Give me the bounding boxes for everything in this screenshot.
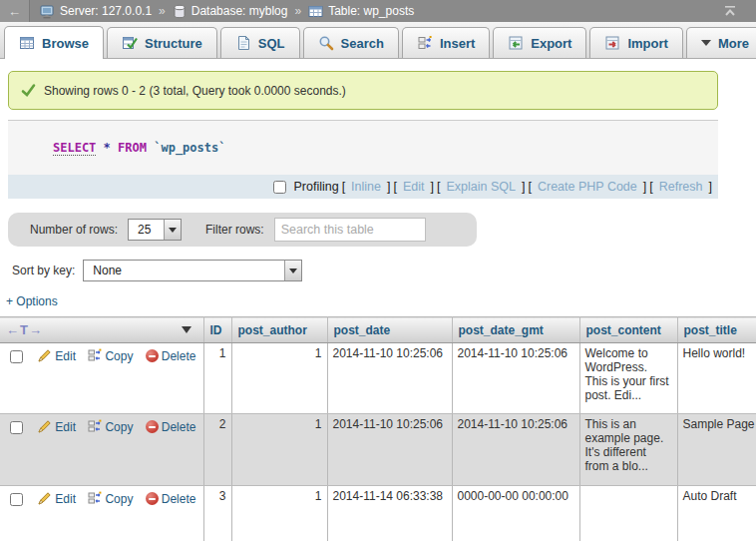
chevron-down-icon <box>164 220 181 240</box>
breadcrumb-database[interactable]: Database: myblog <box>191 4 288 18</box>
tab-label: SQL <box>258 36 285 51</box>
bracket: [ <box>437 180 440 194</box>
edit-label: Edit <box>55 349 76 363</box>
chevron-down-icon <box>284 261 301 280</box>
profiling-checkbox[interactable] <box>273 181 286 194</box>
export-icon <box>508 35 524 51</box>
pencil-icon <box>38 348 52 362</box>
row-actions-cell: Edit Copy Delete <box>0 343 203 414</box>
bracket: ] <box>709 180 712 194</box>
table-row: Edit Copy Delete 2 1 2014-11-10 10:25:06… <box>0 414 756 486</box>
server-icon <box>40 4 55 19</box>
cell-post-date-gmt: 2014-11-10 10:25:06 <box>452 414 579 486</box>
column-header-post-author[interactable]: post_author <box>231 317 327 343</box>
delete-action[interactable]: Delete <box>146 420 196 434</box>
breadcrumb-bar: Server: 127.0.0.1 » Database: myblog » T… <box>0 0 756 22</box>
tab-label: More <box>718 36 749 51</box>
copy-action[interactable]: Copy <box>88 349 133 363</box>
edit-action[interactable]: Edit <box>38 420 76 434</box>
copy-action[interactable]: Copy <box>88 492 133 506</box>
column-header-post-title[interactable]: post_title <box>677 317 756 343</box>
filter-rows-label: Filter rows: <box>205 223 264 237</box>
chevron-down-icon <box>701 40 711 51</box>
row-checkbox[interactable] <box>10 493 23 506</box>
sql-star: * <box>104 141 111 155</box>
copy-action[interactable]: Copy <box>88 420 133 434</box>
explain-sql-link[interactable]: Explain SQL <box>446 180 515 194</box>
bracket: ] <box>643 180 646 194</box>
back-button[interactable] <box>0 0 30 22</box>
edit-query-link[interactable]: Edit <box>403 180 425 194</box>
table-row: Edit Copy Delete 1 1 2014-11-10 10:25:06… <box>0 343 756 414</box>
tab-label: Import <box>627 36 667 51</box>
sql-icon <box>235 35 251 51</box>
sort-by-key-row: Sort by key: None <box>6 256 756 285</box>
table-filter-input[interactable] <box>274 218 426 242</box>
bracket: [ <box>342 180 345 194</box>
tab-export[interactable]: Export <box>493 27 586 58</box>
refresh-link[interactable]: Refresh <box>659 180 703 194</box>
rows-per-page-select[interactable]: 25 <box>128 219 182 241</box>
collapse-icon[interactable] <box>722 3 738 19</box>
tab-import[interactable]: Import <box>589 27 682 58</box>
database-icon <box>173 4 187 19</box>
sql-table-identifier: `wp_posts` <box>154 141 225 155</box>
copy-icon <box>88 348 102 362</box>
column-header-post-date-gmt[interactable]: post_date_gmt <box>452 317 579 343</box>
table-icon <box>308 4 323 19</box>
breadcrumb-server[interactable]: Server: 127.0.0.1 <box>60 4 152 18</box>
inline-link[interactable]: Inline <box>351 180 381 194</box>
sql-keyword-select: SELECT <box>53 141 96 156</box>
cell-post-content: Welcome to WordPress. This is your first… <box>579 343 677 414</box>
breadcrumb: Server: 127.0.0.1 » Database: myblog » T… <box>40 4 414 19</box>
bracket: [ <box>649 180 652 194</box>
cell-post-date: 2014-11-14 06:33:38 <box>327 486 452 541</box>
sql-query-box: SELECT * FROM `wp_posts` <box>8 121 718 175</box>
table-header-row: ←T→ ID post_author post_date post_date_g… <box>0 317 756 343</box>
sql-keyword-from: FROM <box>118 141 147 155</box>
tab-label: Structure <box>145 36 202 51</box>
tab-structure[interactable]: Structure <box>107 27 217 58</box>
create-php-code-link[interactable]: Create PHP Code <box>538 180 637 194</box>
column-header-post-content[interactable]: post_content <box>579 317 677 343</box>
breadcrumb-separator: » <box>159 4 166 18</box>
tab-sql[interactable]: SQL <box>220 27 300 58</box>
tab-label: Browse <box>42 36 89 51</box>
pencil-icon <box>38 491 52 505</box>
bracket: [ <box>528 180 531 194</box>
success-message-text: Showing rows 0 - 2 (3 total, Query took … <box>44 84 346 98</box>
row-checkbox[interactable] <box>10 350 23 363</box>
tab-more[interactable]: More <box>686 27 756 58</box>
query-actions-bar: Profiling [ Inline ] [ Edit ] [ Explain … <box>8 175 718 199</box>
delete-action[interactable]: Delete <box>146 349 196 363</box>
column-header-post-date[interactable]: post_date <box>327 317 452 343</box>
bracket: [ <box>393 180 396 194</box>
cell-post-date-gmt: 2014-11-10 10:25:06 <box>452 343 579 414</box>
transpose-controls[interactable]: ←T→ <box>6 322 43 337</box>
column-header-id[interactable]: ID <box>203 317 231 343</box>
page-content: Showing rows 0 - 2 (3 total, Query took … <box>0 59 756 541</box>
actions-header-cell: ←T→ <box>0 317 203 343</box>
cell-id: 2 <box>203 414 231 486</box>
tab-insert[interactable]: Insert <box>402 27 490 58</box>
tab-search[interactable]: Search <box>303 27 399 58</box>
delete-action[interactable]: Delete <box>146 492 196 506</box>
breadcrumb-table[interactable]: Table: wp_posts <box>328 4 414 18</box>
copy-label: Copy <box>105 420 133 434</box>
import-icon <box>604 35 620 51</box>
tab-label: Search <box>341 36 384 51</box>
tab-label: Insert <box>440 36 475 51</box>
column-actions-dropdown-icon[interactable] <box>182 326 191 338</box>
bracket: ] <box>431 180 434 194</box>
edit-action[interactable]: Edit <box>38 349 76 363</box>
row-checkbox[interactable] <box>10 421 23 434</box>
copy-label: Copy <box>105 349 133 363</box>
tab-browse[interactable]: Browse <box>4 26 104 59</box>
options-toggle-link[interactable]: + Options <box>6 294 58 308</box>
delete-label: Delete <box>162 349 196 363</box>
delete-icon <box>146 349 159 362</box>
edit-action[interactable]: Edit <box>38 492 76 506</box>
breadcrumb-separator: » <box>294 4 301 18</box>
results-table: ←T→ ID post_author post_date post_date_g… <box>0 316 756 541</box>
sort-by-key-select[interactable]: None <box>83 260 302 281</box>
